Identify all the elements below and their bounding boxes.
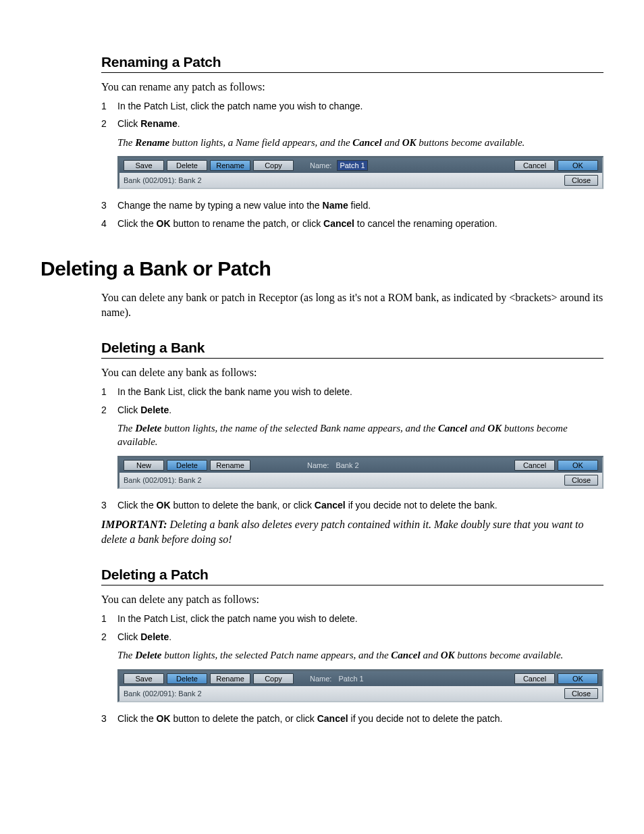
- step-number: 2: [101, 118, 117, 131]
- name-input[interactable]: Patch 1: [337, 160, 367, 171]
- close-button[interactable]: Close: [564, 475, 598, 486]
- copy-button[interactable]: Copy: [253, 673, 294, 684]
- ok-button[interactable]: OK: [558, 673, 598, 684]
- cancel-button[interactable]: Cancel: [514, 673, 555, 684]
- step-number: 4: [101, 217, 117, 231]
- step-number: 2: [101, 404, 117, 417]
- copy-button[interactable]: Copy: [253, 160, 294, 171]
- step-text: In the Patch List, click the patch name …: [117, 613, 603, 626]
- main-heading-deleting: Deleting a Bank or Patch: [41, 257, 603, 280]
- close-button[interactable]: Close: [564, 175, 598, 186]
- intro-text: You can delete any bank as follows:: [101, 365, 603, 380]
- important-note: IMPORTANT: Deleting a bank also deletes …: [101, 517, 603, 546]
- name-label: Name:: [310, 161, 331, 170]
- step-number: 1: [101, 100, 117, 113]
- rename-button[interactable]: Rename: [210, 160, 250, 171]
- step-note: The Rename button lights, a Name field a…: [117, 136, 603, 149]
- intro-text: You can delete any patch as follows:: [101, 592, 603, 607]
- step-number: 3: [101, 712, 117, 726]
- close-button[interactable]: Close: [564, 688, 598, 699]
- name-value: Patch 1: [338, 675, 363, 683]
- delete-button[interactable]: Delete: [167, 673, 207, 684]
- bank-status: Bank (002/091): Bank 2: [124, 476, 202, 484]
- step-text: Click Delete.: [117, 631, 603, 644]
- cancel-button[interactable]: Cancel: [514, 160, 555, 171]
- cancel-button[interactable]: Cancel: [514, 460, 555, 471]
- name-label: Name:: [307, 461, 329, 469]
- section-heading-deleting-patch: Deleting a Patch: [101, 567, 603, 585]
- step-text: Click the OK button to rename the patch,…: [117, 217, 603, 231]
- step-text: Click the OK button to delete the patch,…: [117, 712, 603, 726]
- rename-button[interactable]: Rename: [210, 673, 250, 684]
- delete-button[interactable]: Delete: [167, 160, 207, 171]
- section-heading-deleting-bank: Deleting a Bank: [101, 340, 603, 359]
- intro-text: You can rename any patch as follows:: [101, 80, 603, 95]
- name-label: Name:: [310, 675, 331, 683]
- ok-button[interactable]: OK: [558, 460, 598, 471]
- step-text: In the Bank List, click the bank name yo…: [117, 386, 603, 399]
- rename-button[interactable]: Rename: [210, 460, 250, 471]
- step-text: Click Delete.: [117, 404, 603, 417]
- step-number: 3: [101, 499, 117, 513]
- step-text: Click the OK button to delete the bank, …: [117, 499, 603, 513]
- step-note: The Delete button lights, the name of th…: [117, 421, 603, 449]
- section-heading-renaming: Renaming a Patch: [101, 54, 603, 73]
- toolbar-screenshot-rename: Save Delete Rename Copy Name: Patch 1 Ca…: [117, 156, 603, 189]
- ok-button[interactable]: OK: [558, 160, 598, 171]
- step-number: 3: [101, 199, 117, 213]
- delete-button[interactable]: Delete: [167, 460, 207, 471]
- step-text: Click Rename.: [117, 118, 603, 131]
- toolbar-screenshot-delete-patch: Save Delete Rename Copy Name: Patch 1 Ca…: [117, 669, 603, 702]
- intro-text: You can delete any bank or patch in Rece…: [101, 290, 603, 319]
- save-button[interactable]: Save: [124, 673, 164, 684]
- name-value: Bank 2: [336, 461, 358, 469]
- bank-status: Bank (002/091): Bank 2: [124, 176, 202, 184]
- step-text: In the Patch List, click the patch name …: [117, 100, 603, 113]
- toolbar-screenshot-delete-bank: New Delete Rename Name: Bank 2 Cancel OK…: [117, 456, 603, 489]
- step-number: 2: [101, 631, 117, 644]
- step-note: The Delete button lights, the selected P…: [117, 648, 603, 662]
- step-text: Change the name by typing a new value in…: [117, 199, 603, 213]
- new-button[interactable]: New: [124, 460, 164, 471]
- bank-status: Bank (002/091): Bank 2: [124, 689, 202, 698]
- step-number: 1: [101, 386, 117, 399]
- step-number: 1: [101, 613, 117, 626]
- save-button[interactable]: Save: [124, 160, 164, 171]
